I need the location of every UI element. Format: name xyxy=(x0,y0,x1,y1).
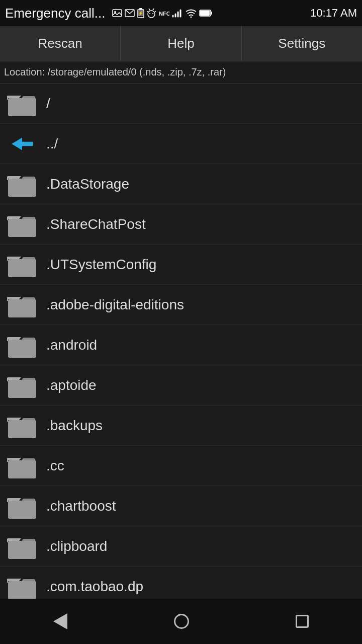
android-icon xyxy=(147,8,156,18)
mail-icon xyxy=(125,9,135,17)
rescan-button[interactable]: Rescan xyxy=(0,26,121,61)
signal-icon xyxy=(172,9,183,18)
svg-rect-24 xyxy=(21,141,33,145)
svg-point-10 xyxy=(149,13,150,14)
status-bar-left: Emergency call... ⚡ xyxy=(5,6,213,21)
svg-line-8 xyxy=(147,11,148,12)
file-name-label: .cc xyxy=(46,458,64,474)
help-button[interactable]: Help xyxy=(121,26,241,61)
svg-text:⚡: ⚡ xyxy=(138,11,143,16)
svg-point-11 xyxy=(152,13,153,14)
folder-icon xyxy=(6,210,38,238)
picture-icon xyxy=(112,8,122,18)
toolbar: Rescan Help Settings xyxy=(0,26,362,61)
navigation-bar xyxy=(0,599,362,644)
home-button[interactable] xyxy=(159,609,204,634)
file-name-label: .chartboost xyxy=(46,498,116,514)
folder-icon xyxy=(6,331,38,359)
svg-rect-22 xyxy=(200,11,210,16)
list-item[interactable]: / xyxy=(0,84,362,124)
svg-rect-4 xyxy=(139,8,142,10)
list-item[interactable]: .adobe-digital-editions xyxy=(0,285,362,325)
list-item[interactable]: .DataStorage xyxy=(0,164,362,204)
folder-icon xyxy=(6,371,38,399)
list-item[interactable]: .aptoide xyxy=(0,365,362,406)
file-name-label: / xyxy=(46,96,50,112)
svg-text:NFC: NFC xyxy=(159,11,169,17)
location-bar: Location: /storage/emulated/0 (.nds, .zi… xyxy=(0,61,362,84)
file-list: / ../ .DataStorage xyxy=(0,84,362,599)
svg-line-12 xyxy=(149,9,150,10)
file-name-label: .android xyxy=(46,337,97,353)
recents-icon xyxy=(296,615,309,628)
status-icons: ⚡ NFC xyxy=(112,8,213,18)
charge-icon: ⚡ xyxy=(137,8,144,18)
back-folder-icon xyxy=(6,130,38,157)
file-name-label: .ShareChatPost xyxy=(46,216,146,232)
list-item[interactable]: ../ xyxy=(0,124,362,164)
status-bar: Emergency call... ⚡ xyxy=(0,0,362,26)
list-item[interactable]: .cc xyxy=(0,446,362,486)
svg-line-13 xyxy=(153,9,154,10)
file-name-label: .UTSystemConfig xyxy=(46,257,156,273)
folder-icon xyxy=(6,90,38,117)
file-name-label: ../ xyxy=(46,136,58,152)
file-name-label: .aptoide xyxy=(46,377,97,393)
svg-marker-23 xyxy=(12,137,22,150)
list-item[interactable]: .ShareChatPost xyxy=(0,204,362,245)
folder-icon xyxy=(6,412,38,439)
list-item[interactable]: .backups xyxy=(0,406,362,446)
nfc-icon: NFC xyxy=(158,9,169,18)
svg-rect-0 xyxy=(113,10,122,17)
folder-icon xyxy=(6,573,38,599)
file-name-label: .com.taobao.dp xyxy=(46,579,143,595)
location-text: Location: /storage/emulated/0 (.nds, .zi… xyxy=(4,66,226,77)
file-name-label: .clipboard xyxy=(46,538,107,554)
home-icon xyxy=(174,614,189,629)
file-name-label: .backups xyxy=(46,418,103,434)
list-item[interactable]: .com.taobao.dp xyxy=(0,567,362,599)
file-name-label: .adobe-digital-editions xyxy=(46,297,184,313)
settings-button[interactable]: Settings xyxy=(242,26,362,61)
back-button[interactable] xyxy=(38,608,82,634)
back-icon xyxy=(53,613,67,629)
folder-icon xyxy=(6,291,38,318)
list-item[interactable]: .chartboost xyxy=(0,486,362,526)
svg-point-19 xyxy=(191,17,192,18)
folder-icon xyxy=(6,251,38,278)
folder-icon xyxy=(6,452,38,479)
folder-icon xyxy=(6,532,38,560)
svg-point-7 xyxy=(148,11,155,18)
time-display: 10:17 AM xyxy=(310,7,357,20)
list-item[interactable]: .UTSystemConfig xyxy=(0,245,362,285)
svg-rect-21 xyxy=(211,12,212,15)
wifi-icon xyxy=(186,9,197,18)
folder-icon xyxy=(6,170,38,198)
recents-button[interactable] xyxy=(281,610,324,633)
list-item[interactable]: .android xyxy=(0,325,362,365)
emergency-call-label: Emergency call... xyxy=(5,6,105,21)
list-item[interactable]: .clipboard xyxy=(0,526,362,567)
battery-icon xyxy=(199,9,213,17)
folder-icon xyxy=(6,492,38,520)
file-name-label: .DataStorage xyxy=(46,176,129,192)
svg-line-9 xyxy=(155,11,156,12)
